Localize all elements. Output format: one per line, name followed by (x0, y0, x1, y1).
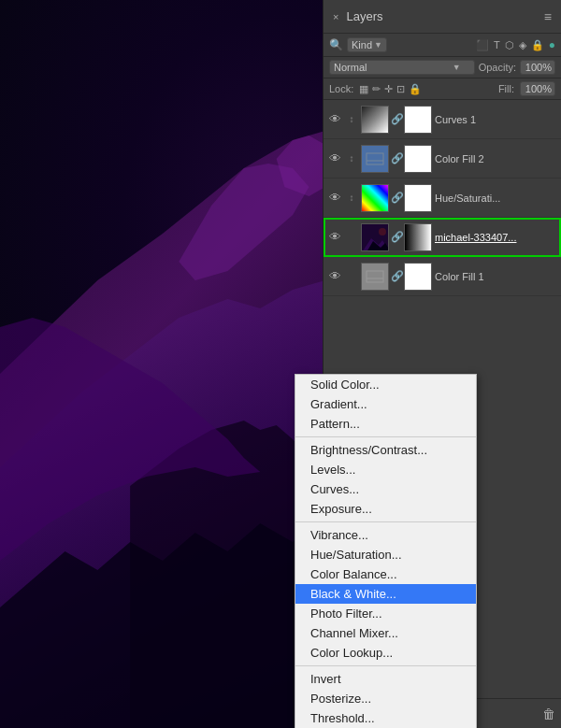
layer-thumb-colorfill1 (361, 263, 389, 291)
layer-thumbs-huesat: 🔗 (361, 184, 432, 212)
delete-layer-icon[interactable]: 🗑 (542, 707, 555, 721)
layer-row-huesat[interactable]: 👁 ↕ 🔗 Hue/Saturati... (324, 178, 561, 218)
fill-label: Fill: (498, 83, 514, 94)
panel-menu-icon[interactable]: ≡ (544, 9, 552, 24)
layer-thumb-curves1 (361, 106, 389, 134)
menu-item-brightness-contrast[interactable]: Brightness/Contrast... (295, 440, 476, 460)
layer-mask-colorfill2 (404, 145, 432, 173)
layer-name-curves1: Curves 1 (435, 114, 557, 125)
menu-item-posterize[interactable]: Posterize... (295, 689, 476, 708)
layer-name-photo: michael-333407... (435, 232, 557, 243)
panel-title: Layers (346, 9, 382, 23)
kind-chevron: ▼ (374, 40, 382, 50)
blend-mode-select[interactable]: Normal ▼ (329, 60, 475, 75)
layer-thumb-photo (361, 223, 389, 251)
layer-row-curves1[interactable]: 👁 ↕ 🔗 Curves 1 (324, 100, 561, 139)
layer-name-huesat: Hue/Saturati... (435, 193, 557, 204)
filter-icons: ⬛ T ⬡ ◈ 🔒 ● (476, 38, 555, 51)
layer-name-colorfill2: Color Fill 2 (435, 153, 557, 164)
menu-item-threshold[interactable]: Threshold... (295, 708, 476, 728)
menu-item-invert[interactable]: Invert (295, 669, 476, 689)
fill-input[interactable]: 100% (520, 81, 555, 96)
opacity-label: Opacity: (479, 62, 516, 73)
visibility-icon-huesat[interactable]: 👁 (327, 191, 342, 205)
layer-mask-colorfill1 (404, 263, 432, 291)
menu-item-gradient[interactable]: Gradient... (295, 394, 476, 414)
lock-icons: ▦ ✏ ✛ ⊡ 🔒 (359, 83, 422, 95)
visibility-icon-colorfill1[interactable]: 👁 (327, 269, 342, 283)
layer-thumb-huesat (361, 184, 389, 212)
layer-row-colorfill2[interactable]: 👁 ↕ 🔗 Color Fill 2 (324, 139, 561, 178)
layer-thumbs-colorfill2: 🔗 (361, 145, 432, 173)
menu-item-levels[interactable]: Levels... (295, 460, 476, 479)
close-button[interactable]: × (333, 11, 338, 22)
lock-transparent-icon[interactable]: ▦ (359, 83, 368, 95)
visibility-icon-curves1[interactable]: 👁 (327, 112, 342, 126)
menu-separator-1 (295, 436, 476, 437)
layer-row-colorfill1[interactable]: 👁 🔗 Color Fill 1 (324, 257, 561, 296)
layer-thumbs-curves1: 🔗 (361, 106, 432, 134)
opacity-input[interactable]: 100% (520, 60, 555, 75)
layer-thumbs-colorfill1: 🔗 (361, 263, 432, 291)
layer-mask-curves1 (404, 106, 432, 134)
chain-icon-huesat: 🔗 (391, 192, 402, 204)
lock-bar: Lock: ▦ ✏ ✛ ⊡ 🔒 Fill: 100% (324, 79, 561, 100)
menu-item-black-white[interactable]: Black & White... (295, 584, 476, 604)
svg-point-13 (379, 228, 386, 236)
chain-icon-curves1: 🔗 (391, 113, 402, 125)
shape-filter-icon[interactable]: ⬡ (505, 39, 514, 51)
visibility-icon-photo[interactable]: 👁 (327, 230, 342, 244)
svg-rect-14 (367, 271, 383, 282)
layer-type-icon-huesat: ↕ (345, 193, 358, 203)
lock-label: Lock: (329, 83, 353, 94)
layer-type-icon-colorfill2: ↕ (345, 153, 358, 164)
layer-row-photo[interactable]: 👁 🔗 michael-333407... (324, 218, 561, 257)
blend-bar: Normal ▼ Opacity: 100% (324, 57, 561, 79)
menu-item-pattern[interactable]: Pattern... (295, 414, 476, 434)
lock-position-icon[interactable]: ✛ (384, 83, 393, 95)
effect-filter-icon[interactable]: 🔒 (531, 39, 544, 51)
menu-item-solid-color[interactable]: Solid Color... (295, 375, 476, 394)
svg-rect-8 (367, 153, 383, 164)
kind-select[interactable]: Kind ▼ (347, 37, 387, 52)
menu-separator-3 (295, 665, 476, 666)
menu-item-exposure[interactable]: Exposure... (295, 499, 476, 519)
layer-name-colorfill1: Color Fill 1 (435, 271, 557, 282)
menu-item-color-balance[interactable]: Color Balance... (295, 564, 476, 584)
chain-icon-photo: 🔗 (391, 231, 402, 243)
visibility-icon-colorfill2[interactable]: 👁 (327, 151, 342, 165)
menu-item-photo-filter[interactable]: Photo Filter... (295, 604, 476, 623)
kind-bar: 🔍 Kind ▼ ⬛ T ⬡ ◈ 🔒 ● (324, 34, 561, 57)
chain-icon-colorfill1: 🔗 (391, 270, 402, 282)
smart-filter-icon[interactable]: ◈ (519, 39, 526, 51)
layer-thumbs-photo: 🔗 (361, 223, 432, 251)
menu-item-channel-mixer[interactable]: Channel Mixer... (295, 623, 476, 643)
lock-all-icon[interactable]: 🔒 (409, 83, 422, 95)
chain-icon-colorfill2: 🔗 (391, 152, 402, 164)
menu-separator-2 (295, 521, 476, 522)
pixel-filter-icon[interactable]: ⬛ (476, 39, 489, 51)
filter-toggle[interactable]: ● (549, 38, 555, 51)
layer-mask-huesat (404, 184, 432, 212)
blend-chevron: ▼ (453, 63, 461, 72)
layer-thumb-colorfill2 (361, 145, 389, 173)
lock-artboard-icon[interactable]: ⊡ (396, 83, 405, 95)
layer-mask-photo (404, 223, 432, 251)
menu-item-vibrance[interactable]: Vibrance... (295, 525, 476, 545)
panel-header: × Layers ≡ (324, 0, 561, 34)
menu-item-hue-saturation[interactable]: Hue/Saturation... (295, 545, 476, 564)
lock-image-icon[interactable]: ✏ (372, 83, 381, 95)
layer-type-icon-curves1: ↕ (345, 114, 358, 124)
menu-item-curves[interactable]: Curves... (295, 479, 476, 499)
search-icon: 🔍 (329, 38, 343, 51)
adjustment-dropdown-menu: Solid Color... Gradient... Pattern... Br… (295, 374, 477, 728)
type-filter-icon[interactable]: T (494, 39, 500, 50)
menu-item-color-lookup[interactable]: Color Lookup... (295, 643, 476, 663)
